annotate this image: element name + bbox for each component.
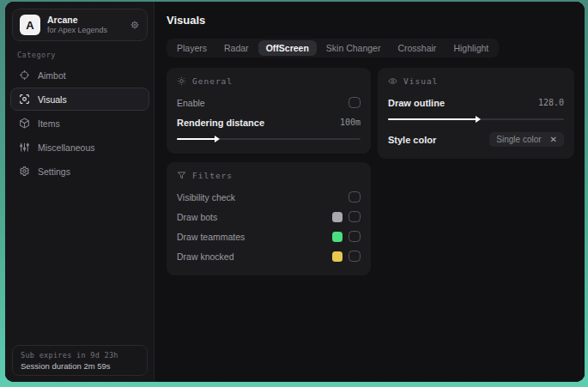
enable-label: Enable [177, 98, 205, 108]
draw-bots-checkbox[interactable] [349, 211, 361, 222]
style-color-row: Style color Single color ✕ [388, 130, 564, 148]
page-title: Visuals [167, 14, 574, 27]
style-color-selected-value: Single color [496, 135, 541, 144]
panel-grid: General Enable Rendering distance 100m [167, 68, 574, 275]
draw-knocked-checkbox[interactable] [349, 251, 361, 262]
visibility-check-row: Visibility check [177, 188, 361, 206]
scan-eye-icon [19, 94, 30, 105]
general-panel-title: General [192, 76, 233, 86]
draw-outline-row: Draw outline 128.0 [388, 94, 564, 112]
app-logo: A [20, 15, 40, 35]
slider-fill [388, 118, 476, 120]
visual-panel-title: Visual [403, 76, 438, 86]
slider-fill [177, 138, 215, 140]
app-header-card: A Arcane for Apex Legends [12, 9, 148, 41]
tab-radar[interactable]: Radar [216, 40, 257, 56]
sub-expires-text: Sub expires in 9d 23h [21, 351, 139, 360]
style-color-label: Style color [388, 135, 436, 145]
sidebar-nav: Aimbot Visuals Items [10, 63, 149, 183]
gear-icon[interactable] [130, 20, 140, 30]
visibility-check-label: Visibility check [177, 192, 235, 203]
visuals-tabbar: Players Radar OffScreen Skin Changer Cro… [167, 39, 499, 57]
tab-offscreen[interactable]: OffScreen [258, 40, 317, 56]
right-column: Visual Draw outline 128.0 Style color Si… [378, 68, 574, 159]
close-icon[interactable]: ✕ [550, 136, 557, 144]
sidebar-item-label: Miscellaneous [38, 142, 95, 153]
draw-bots-row: Draw bots [177, 208, 361, 226]
visibility-check-checkbox[interactable] [349, 191, 361, 203]
draw-teammates-checkbox[interactable] [349, 231, 361, 242]
main-content: Visuals Players Radar OffScreen Skin Cha… [155, 2, 585, 382]
filters-panel-title: Filters [192, 171, 233, 180]
session-duration-text: Session duration 2m 59s [21, 361, 139, 371]
draw-knocked-label: Draw knocked [177, 251, 234, 262]
category-label: Category [17, 51, 56, 59]
draw-teammates-label: Draw teammates [177, 232, 245, 242]
draw-teammates-color-swatch[interactable] [332, 232, 342, 242]
sidebar-item-items[interactable]: Items [10, 112, 149, 135]
draw-teammates-controls [332, 231, 361, 242]
app-window: A Arcane for Apex Legends Category [5, 2, 585, 382]
draw-bots-color-swatch[interactable] [332, 212, 342, 222]
funnel-icon [177, 171, 186, 180]
draw-outline-slider[interactable] [388, 115, 564, 124]
rendering-distance-value: 100m [340, 118, 361, 127]
draw-outline-value: 128.0 [538, 98, 564, 107]
rendering-distance-label: Rendering distance [177, 118, 264, 128]
tab-skin-changer[interactable]: Skin Changer [318, 40, 389, 56]
sidebar-item-label: Items [38, 118, 60, 129]
sliders-icon [19, 142, 30, 153]
general-panel: General Enable Rendering distance 100m [167, 68, 371, 154]
draw-knocked-color-swatch[interactable] [332, 251, 342, 262]
draw-knocked-row: Draw knocked [177, 247, 361, 265]
sidebar-item-aimbot[interactable]: Aimbot [10, 63, 149, 87]
sidebar-item-visuals[interactable]: Visuals [10, 88, 149, 111]
enable-checkbox[interactable] [349, 97, 361, 108]
draw-outline-label: Draw outline [388, 98, 445, 108]
sidebar-item-label: Settings [38, 166, 70, 177]
draw-bots-label: Draw bots [177, 212, 217, 222]
crosshair-icon [19, 70, 30, 81]
rendering-distance-slider[interactable] [177, 135, 361, 143]
sidebar-item-label: Visuals [38, 94, 67, 105]
filters-panel: Filters Visibility check Draw bots [167, 162, 371, 275]
sidebar-item-label: Aimbot [38, 70, 66, 81]
app-meta: Arcane for Apex Legends [47, 15, 123, 34]
app-subtitle: for Apex Legends [47, 26, 123, 35]
tab-crosshair[interactable]: Crosshair [390, 40, 444, 56]
sidebar-item-settings[interactable]: Settings [10, 160, 149, 183]
draw-bots-controls [332, 211, 361, 222]
visual-panel: Visual Draw outline 128.0 Style color Si… [378, 68, 574, 159]
rendering-distance-row: Rendering distance 100m [177, 113, 361, 131]
left-column: General Enable Rendering distance 100m [167, 68, 371, 275]
style-color-select[interactable]: Single color ✕ [489, 132, 564, 147]
tab-highlight[interactable]: Highlight [446, 40, 496, 56]
draw-teammates-row: Draw teammates [177, 227, 361, 245]
sidebar-item-miscellaneous[interactable]: Miscellaneous [10, 136, 149, 159]
filters-panel-header: Filters [177, 171, 361, 180]
gear-icon [19, 166, 30, 177]
app-name: Arcane [47, 15, 123, 26]
sun-icon [177, 76, 186, 86]
cube-icon [19, 118, 30, 129]
sidebar: A Arcane for Apex Legends Category [5, 2, 155, 382]
visual-panel-header: Visual [388, 76, 564, 86]
subscription-info-box: Sub expires in 9d 23h Session duration 2… [12, 345, 148, 376]
tab-players[interactable]: Players [169, 40, 215, 56]
enable-row: Enable [177, 94, 361, 112]
draw-knocked-controls [332, 251, 361, 262]
eye-icon [388, 76, 397, 86]
general-panel-header: General [177, 76, 361, 86]
